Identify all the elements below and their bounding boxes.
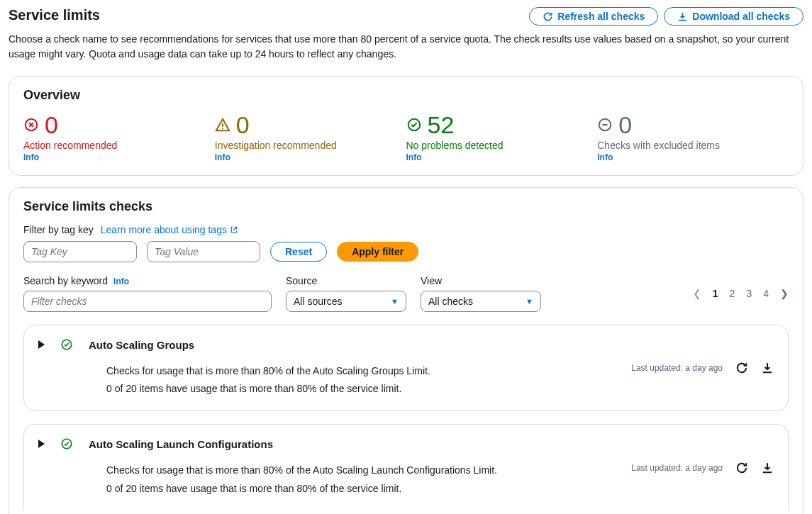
checks-panel: Service limits checks Filter by tag key … bbox=[9, 187, 803, 514]
overview-count: 0 bbox=[45, 113, 58, 137]
check-card: Auto Scaling Groups Checks for usage tha… bbox=[23, 325, 789, 411]
overview-excluded-items: 0 Checks with excluded items Info bbox=[597, 113, 789, 162]
page-next[interactable]: ❯ bbox=[780, 288, 789, 299]
overview-label: No problems detected bbox=[406, 140, 598, 151]
pagination: ❮ 1 2 3 4 ❯ bbox=[693, 288, 789, 299]
overview-label: Investigation recommended bbox=[215, 140, 406, 151]
minus-icon bbox=[597, 117, 613, 133]
checks-panel-title: Service limits checks bbox=[23, 199, 789, 214]
warning-icon bbox=[215, 117, 230, 133]
info-link[interactable]: Info bbox=[406, 152, 422, 162]
download-all-label: Download all checks bbox=[692, 11, 790, 22]
page-2[interactable]: 2 bbox=[730, 288, 735, 299]
download-check-button[interactable] bbox=[761, 462, 774, 474]
page-title: Service limits bbox=[9, 7, 100, 23]
expand-toggle[interactable] bbox=[38, 440, 45, 448]
refresh-all-label: Refresh all checks bbox=[557, 11, 645, 22]
last-updated: Last updated: a day ago bbox=[631, 463, 723, 473]
download-icon bbox=[677, 11, 688, 22]
view-value: All checks bbox=[428, 296, 473, 307]
page-prev[interactable]: ❮ bbox=[693, 288, 701, 299]
overview-action-recommended: 0 Action recommended Info bbox=[23, 113, 215, 162]
page-4[interactable]: 4 bbox=[763, 288, 769, 299]
check-card: Auto Scaling Launch Configurations Check… bbox=[23, 424, 789, 510]
filter-tag-label: Filter by tag key bbox=[23, 224, 94, 235]
refresh-check-button[interactable] bbox=[735, 362, 748, 374]
overview-count: 0 bbox=[618, 113, 632, 137]
info-link[interactable]: Info bbox=[597, 152, 613, 162]
overview-title: Overview bbox=[23, 88, 789, 103]
search-label: Search by keyword bbox=[23, 275, 108, 286]
reset-button[interactable]: Reset bbox=[270, 242, 327, 262]
external-link-icon bbox=[230, 225, 238, 234]
view-select[interactable]: All checks ▼ bbox=[421, 291, 541, 312]
expand-toggle[interactable] bbox=[38, 340, 45, 349]
refresh-icon bbox=[543, 11, 553, 22]
download-check-button[interactable] bbox=[761, 362, 774, 374]
tag-key-input[interactable] bbox=[23, 241, 137, 262]
search-info-link[interactable]: Info bbox=[113, 276, 129, 286]
refresh-all-button[interactable]: Refresh all checks bbox=[529, 7, 658, 26]
ok-icon bbox=[406, 117, 422, 133]
source-value: All sources bbox=[294, 296, 342, 307]
overview-label: Action recommended bbox=[23, 140, 215, 151]
check-summary-line: 0 of 20 items have usage that is more th… bbox=[106, 380, 774, 398]
overview-no-problems: 52 No problems detected Info bbox=[406, 113, 598, 162]
apply-filter-button[interactable]: Apply filter bbox=[337, 242, 418, 262]
error-icon bbox=[23, 117, 39, 133]
page-description: Choose a check name to see recommendatio… bbox=[9, 32, 796, 62]
overview-count: 52 bbox=[428, 113, 455, 137]
view-label: View bbox=[421, 275, 541, 286]
filter-checks-input[interactable] bbox=[23, 291, 272, 312]
overview-count: 0 bbox=[236, 113, 250, 137]
check-title: Auto Scaling Groups bbox=[89, 339, 194, 351]
source-label: Source bbox=[286, 275, 406, 286]
source-select[interactable]: All sources ▼ bbox=[286, 291, 406, 312]
learn-tags-text: Learn more about using tags bbox=[101, 224, 227, 235]
info-link[interactable]: Info bbox=[215, 152, 230, 162]
info-link[interactable]: Info bbox=[23, 152, 39, 162]
refresh-check-button[interactable] bbox=[735, 462, 748, 474]
ok-icon bbox=[60, 338, 73, 351]
overview-label: Checks with excluded items bbox=[597, 140, 789, 151]
chevron-down-icon: ▼ bbox=[391, 297, 399, 306]
overview-panel: Overview 0 Action recommended Info 0 Inv… bbox=[9, 76, 803, 176]
overview-investigation-recommended: 0 Investigation recommended Info bbox=[215, 113, 406, 162]
learn-tags-link[interactable]: Learn more about using tags bbox=[101, 224, 238, 235]
chevron-down-icon: ▼ bbox=[525, 297, 533, 306]
ok-icon bbox=[60, 437, 73, 450]
last-updated: Last updated: a day ago bbox=[631, 363, 723, 373]
page-1[interactable]: 1 bbox=[713, 288, 718, 299]
download-all-button[interactable]: Download all checks bbox=[664, 7, 803, 26]
check-summary-line: 0 of 20 items have usage that is more th… bbox=[106, 480, 774, 498]
check-title: Auto Scaling Launch Configurations bbox=[89, 438, 273, 450]
page-3[interactable]: 3 bbox=[746, 288, 752, 299]
tag-value-input[interactable] bbox=[147, 241, 260, 262]
